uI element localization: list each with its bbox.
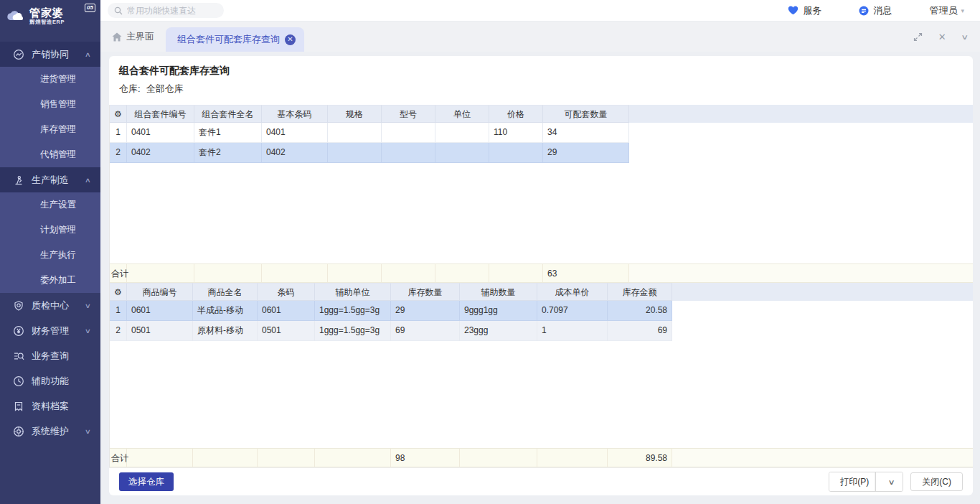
chevron-down-icon: ∨ — [85, 327, 91, 335]
table-row-selected[interactable]: 2 0402 套件2 0402 29 — [110, 143, 973, 163]
cell — [382, 143, 435, 163]
col-header[interactable]: 规格 — [328, 105, 382, 123]
sidebar-group-caiwu[interactable]: 财务管理 ∨ — [0, 318, 100, 343]
top-bar: 服务 消息 管理员 ▾ — [100, 0, 980, 22]
warehouse-label: 仓库: — [119, 82, 141, 96]
tab-close-icon[interactable]: ✕ — [285, 34, 296, 45]
menu-label: 进货管理 — [40, 73, 76, 85]
page-title: 组合套件可配套库存查询 — [109, 56, 973, 78]
sidebar-group-chanxiao[interactable]: 产销协同 ∧ — [0, 42, 100, 67]
sidebar-item-zhixing[interactable]: 生产执行 — [0, 243, 100, 268]
cell: 0401 — [127, 123, 194, 143]
sidebar: 管家婆 辉煌智造ERP 05 产销协同 ∧ 进货管理 销售管理 库存管理 代销管… — [0, 0, 100, 504]
maximize-icon[interactable] — [913, 32, 923, 42]
sidebar-group-shengchan[interactable]: 生产制造 ∧ — [0, 167, 100, 192]
tab-active[interactable]: 组合套件可配套库存查询 ✕ — [166, 27, 304, 52]
col-header[interactable]: 组合套件编号 — [127, 105, 194, 123]
col-header[interactable]: 可配套数量 — [543, 105, 629, 123]
sidebar-item-ziliao[interactable]: 资料档案 — [0, 393, 100, 419]
collapse-tabs-icon[interactable]: ∨ — [961, 33, 969, 41]
col-header[interactable]: 辅助单位 — [315, 283, 391, 301]
archive-icon — [13, 401, 24, 412]
sidebar-item-jinhuo[interactable]: 进货管理 — [0, 67, 100, 92]
total-kit-qty: 63 — [543, 264, 629, 282]
close-icon[interactable]: ✕ — [938, 32, 946, 42]
column-settings-gear-icon[interactable]: ⚙ — [110, 283, 127, 301]
sidebar-item-jihua[interactable]: 计划管理 — [0, 218, 100, 243]
col-header[interactable]: 商品全名 — [193, 283, 258, 301]
menu-label: 资料档案 — [32, 400, 100, 413]
col-header[interactable]: 辅助数量 — [460, 283, 537, 301]
tab-home-label: 主界面 — [126, 30, 154, 43]
gear-icon — [13, 426, 24, 437]
menu-label: 生产设置 — [40, 199, 76, 211]
print-options-chevron-icon[interactable]: ∨ — [875, 472, 903, 491]
window-controls: ✕ ∨ — [913, 22, 980, 52]
cell: 原材料-移动 — [193, 321, 258, 341]
cell: 0601 — [258, 301, 315, 321]
menu-label: 库存管理 — [40, 123, 76, 136]
chevron-up-icon: ∧ — [85, 177, 91, 184]
message-menu[interactable]: 消息 — [859, 4, 892, 17]
column-settings-gear-icon[interactable]: ⚙ — [110, 105, 127, 123]
cell: 9ggg1gg — [460, 301, 537, 321]
sidebar-group-zhijian[interactable]: 质检中心 ∨ — [0, 293, 100, 318]
action-bar: 选择仓库 打印(P) ∨ 关闭(C) — [109, 467, 973, 495]
col-header[interactable]: 型号 — [382, 105, 435, 123]
print-button[interactable]: 打印(P) — [829, 472, 880, 491]
col-header[interactable]: 基本条码 — [262, 105, 328, 123]
menu-label: 销售管理 — [40, 98, 76, 111]
cell — [435, 143, 489, 163]
sidebar-item-xiaoshou[interactable]: 销售管理 — [0, 92, 100, 117]
select-warehouse-button[interactable]: 选择仓库 — [119, 472, 174, 491]
user-menu[interactable]: 管理员 ▾ — [929, 4, 964, 17]
cell — [435, 123, 489, 143]
col-header[interactable]: 商品编号 — [127, 283, 193, 301]
col-header[interactable]: 条码 — [258, 283, 315, 301]
col-header[interactable]: 成本单价 — [537, 283, 608, 301]
sidebar-group-label: 质检中心 — [32, 299, 85, 312]
cell: 0401 — [262, 123, 328, 143]
col-header[interactable]: 单位 — [435, 105, 489, 123]
cell: 1ggg=1.5gg=3g — [315, 301, 391, 321]
quick-search-box[interactable] — [108, 3, 224, 18]
col-header[interactable]: 组合套件全名 — [194, 105, 262, 123]
search-input[interactable] — [127, 6, 213, 16]
menu-label: 辅助功能 — [32, 375, 100, 388]
cell — [489, 143, 543, 163]
col-header[interactable]: 库存金额 — [608, 283, 672, 301]
cell: 69 — [391, 321, 460, 341]
caret-down-icon: ▾ — [961, 7, 964, 14]
tab-home[interactable]: 主界面 — [100, 22, 166, 52]
warehouse-value: 全部仓库 — [146, 82, 184, 96]
menu-label: 委外加工 — [40, 274, 76, 286]
sidebar-item-kucun[interactable]: 库存管理 — [0, 117, 100, 142]
table-row[interactable]: 2 0501 原材料-移动 0501 1ggg=1.5gg=3g 69 23gg… — [110, 321, 973, 341]
service-label: 服务 — [803, 4, 821, 17]
col-header[interactable]: 价格 — [489, 105, 543, 123]
clock-icon — [13, 375, 24, 387]
total-cell — [537, 449, 608, 467]
table-empty-area — [110, 163, 973, 263]
sidebar-item-daixiao[interactable]: 代销管理 — [0, 142, 100, 167]
sidebar-group-label: 产销协同 — [32, 48, 85, 61]
sidebar-item-yewuchaxun[interactable]: 业务查询 — [0, 343, 100, 368]
search-icon — [114, 6, 123, 15]
service-menu[interactable]: 服务 — [788, 4, 821, 17]
logo-version-badge: 05 — [85, 4, 95, 12]
close-button[interactable]: 关闭(C) — [910, 472, 963, 491]
chevron-down-icon: ∨ — [85, 302, 91, 309]
sidebar-item-shengchanshezhi[interactable]: 生产设置 — [0, 192, 100, 218]
sidebar-item-fuzhu[interactable]: 辅助功能 — [0, 368, 100, 393]
col-header[interactable]: 库存数量 — [391, 283, 460, 301]
sidebar-group-xitong[interactable]: 系统维护 ∨ — [0, 419, 100, 444]
table-row-selected[interactable]: 1 0601 半成品-移动 0601 1ggg=1.5gg=3g 29 9ggg… — [110, 301, 973, 321]
cell: 29 — [543, 143, 629, 163]
row-number: 1 — [110, 301, 127, 321]
cell: 29 — [391, 301, 460, 321]
table-row[interactable]: 1 0401 套件1 0401 110 34 — [110, 123, 973, 143]
cell — [328, 123, 382, 143]
user-name: 管理员 — [929, 4, 957, 17]
sidebar-item-weiwai[interactable]: 委外加工 — [0, 268, 100, 293]
cell: 0402 — [127, 143, 194, 163]
